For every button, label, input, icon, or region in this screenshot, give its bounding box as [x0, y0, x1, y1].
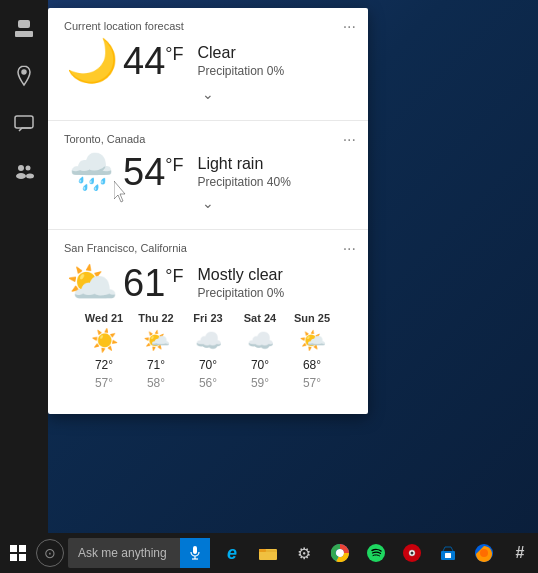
- sf-weather-icon: ⛅: [64, 262, 119, 304]
- chrome-icon[interactable]: [322, 533, 358, 573]
- toronto-label: Toronto, Canada: [64, 133, 352, 145]
- sf-more-options-button[interactable]: ···: [343, 240, 356, 258]
- edge-icon[interactable]: e: [214, 533, 250, 573]
- svg-point-4: [18, 165, 24, 171]
- svg-point-2: [22, 70, 26, 74]
- svg-point-27: [480, 549, 488, 557]
- sf-weather: ⛅ 61°F Mostly clear Precipitation 0%: [64, 262, 352, 304]
- svg-rect-17: [259, 549, 266, 552]
- mic-button[interactable]: [180, 538, 210, 568]
- forecast-day-fri: Fri 23 ☁️ 70° 56°: [184, 312, 232, 390]
- hashtag-icon[interactable]: #: [502, 533, 538, 573]
- store-icon[interactable]: [430, 533, 466, 573]
- search-bar[interactable]: Ask me anything: [68, 538, 210, 568]
- toronto-chevron[interactable]: ⌄: [64, 191, 352, 217]
- toronto-temperature: 54°F: [123, 153, 183, 191]
- svg-point-6: [26, 166, 31, 171]
- toronto-section: ··· Toronto, Canada 🌧️ 54°F Light rain P…: [48, 121, 368, 230]
- svg-point-20: [367, 544, 385, 562]
- sf-condition: Mostly clear: [197, 266, 284, 284]
- weather-panel: ··· Current location forecast 🌙 44°F Cle…: [48, 8, 368, 414]
- sidebar-location-icon[interactable]: [4, 56, 44, 96]
- san-francisco-section: ··· San Francisco, California ⛅ 61°F Mos…: [48, 230, 368, 414]
- svg-point-23: [411, 552, 414, 555]
- current-location-weather: 🌙 44°F Clear Precipitation 0%: [64, 40, 352, 82]
- forecast-day-sat: Sat 24 ☁️ 70° 59°: [236, 312, 284, 390]
- taskbar: ⊙ Ask me anything e ⚙: [0, 533, 538, 573]
- svg-point-19: [336, 549, 344, 557]
- current-location-description: Clear Precipitation 0%: [197, 44, 284, 78]
- spotify-icon[interactable]: [358, 533, 394, 573]
- toronto-precipitation: Precipitation 40%: [197, 175, 290, 189]
- svg-rect-9: [10, 545, 17, 552]
- current-location-weather-icon: 🌙: [64, 40, 119, 82]
- sidebar: [0, 0, 48, 533]
- svg-rect-13: [193, 546, 197, 554]
- settings-icon[interactable]: ⚙: [286, 533, 322, 573]
- toronto-weather-icon: 🌧️: [64, 154, 119, 190]
- file-explorer-icon[interactable]: [250, 533, 286, 573]
- toronto-more-options-button[interactable]: ···: [343, 131, 356, 149]
- sf-label: San Francisco, California: [64, 242, 352, 254]
- svg-rect-3: [15, 116, 33, 128]
- desktop: ··· Current location forecast 🌙 44°F Cle…: [0, 0, 538, 573]
- current-location-section: ··· Current location forecast 🌙 44°F Cle…: [48, 8, 368, 121]
- more-options-button[interactable]: ···: [343, 18, 356, 36]
- current-location-label: Current location forecast: [64, 20, 352, 32]
- svg-rect-25: [445, 553, 451, 558]
- svg-rect-11: [10, 554, 17, 561]
- current-location-precipitation: Precipitation 0%: [197, 64, 284, 78]
- sf-precipitation: Precipitation 0%: [197, 286, 284, 300]
- sf-forecast-row: Wed 21 ☀️ 72° 57° Thu 22 🌤️ 71° 58° Fri …: [64, 304, 352, 402]
- toronto-weather: 🌧️ 54°F Light rain Precipitation 40%: [64, 153, 352, 191]
- forecast-day-wed: Wed 21 ☀️ 72° 57°: [80, 312, 128, 390]
- media-icon[interactable]: [394, 533, 430, 573]
- forecast-day-thu: Thu 22 🌤️ 71° 58°: [132, 312, 180, 390]
- cortana-button[interactable]: ⊙: [36, 539, 64, 567]
- sf-description: Mostly clear Precipitation 0%: [197, 266, 284, 300]
- toronto-condition: Light rain: [197, 155, 290, 173]
- sf-temperature: 61°F: [123, 264, 183, 302]
- firefox-icon[interactable]: [466, 533, 502, 573]
- svg-rect-0: [18, 20, 30, 28]
- svg-rect-12: [19, 554, 26, 561]
- sidebar-people-icon[interactable]: [4, 152, 44, 192]
- toronto-description: Light rain Precipitation 40%: [197, 155, 290, 189]
- sidebar-user-icon[interactable]: [4, 8, 44, 48]
- svg-point-7: [26, 174, 34, 179]
- start-button[interactable]: [0, 533, 36, 573]
- current-location-condition: Clear: [197, 44, 284, 62]
- sidebar-chat-icon[interactable]: [4, 104, 44, 144]
- svg-rect-1: [15, 31, 33, 37]
- forecast-day-sun: Sun 25 🌤️ 68° 57°: [288, 312, 336, 390]
- svg-point-5: [16, 173, 26, 179]
- svg-rect-10: [19, 545, 26, 552]
- current-location-chevron[interactable]: ⌄: [64, 82, 352, 108]
- current-location-temperature: 44°F: [123, 42, 183, 80]
